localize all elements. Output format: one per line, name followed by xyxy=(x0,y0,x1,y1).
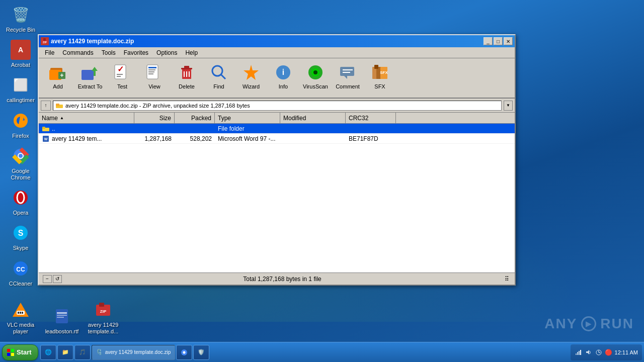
desktop-icon-acrobat[interactable]: A Acrobat xyxy=(3,38,39,70)
close-button[interactable]: ✕ xyxy=(504,37,513,45)
col-header-crc32[interactable]: CRC32 xyxy=(346,113,396,123)
tray-network-icon[interactable] xyxy=(575,348,583,356)
taskbar-winrar-label: avery 11429 template.doc.zip xyxy=(105,349,171,355)
google-chrome-icon xyxy=(11,146,31,166)
find-icon xyxy=(209,62,229,82)
svg-line-82 xyxy=(599,352,600,353)
firefox-label: Firefox xyxy=(12,133,29,139)
window-title: avery 11429 template.doc.zip xyxy=(51,38,134,45)
address-path-text: avery 11429 template.doc.zip - ZIP archi… xyxy=(65,103,250,109)
col-header-packed[interactable]: Packed xyxy=(175,113,215,123)
taskbar-ie[interactable]: 🌐 xyxy=(40,345,56,360)
col-header-size[interactable]: Size xyxy=(134,113,175,123)
table-row[interactable]: .. File folder xyxy=(39,124,515,134)
svg-rect-14 xyxy=(20,312,21,314)
chrome-icon xyxy=(181,349,188,356)
view-icon xyxy=(144,62,165,82)
menu-commands[interactable]: Commands xyxy=(58,48,97,57)
address-dropdown-button[interactable]: ▼ xyxy=(504,101,513,111)
desktop-icon-opera[interactable]: Opera xyxy=(3,186,39,218)
svg-rect-66 xyxy=(42,127,45,129)
svg-text:+: + xyxy=(60,72,63,79)
toolbar-sfx[interactable]: SFX SFX xyxy=(365,60,395,96)
taskbar-winrar-button[interactable]: 🗜️ avery 11429 template.doc.zip xyxy=(92,345,176,360)
winrar-window: ZIP avery 11429 template.doc.zip _ □ ✕ F… xyxy=(38,34,516,286)
ie-icon: 🌐 xyxy=(45,349,52,355)
menu-help[interactable]: Help xyxy=(181,48,202,57)
svg-text:ZIP: ZIP xyxy=(43,41,47,44)
col-header-type[interactable]: Type xyxy=(215,113,280,123)
toolbar-add[interactable]: + Add xyxy=(43,60,73,96)
start-button[interactable]: Start xyxy=(2,344,38,360)
col-header-modified[interactable]: Modified xyxy=(280,113,346,123)
status-btn-2[interactable]: ↺ xyxy=(53,275,62,283)
taskbar-chrome[interactable] xyxy=(176,345,192,360)
file-crc32-cell xyxy=(346,128,396,130)
toolbar-view[interactable]: View xyxy=(139,60,170,96)
taskbar-media[interactable]: 🎵 xyxy=(74,345,91,360)
taskbar-time: 12:11 AM xyxy=(615,349,638,355)
desktop-icon-callingtimer[interactable]: ⬜ callingtimer xyxy=(3,73,39,106)
desktop-icon-vlc[interactable]: VLC media player xyxy=(3,298,39,337)
svg-rect-77 xyxy=(579,351,580,355)
desktop-icon-firefox[interactable]: Firefox xyxy=(3,109,39,141)
wizard-icon xyxy=(241,62,261,82)
toolbar-wizard[interactable]: Wizard xyxy=(236,60,266,96)
col-header-name[interactable]: Name ▲ xyxy=(39,113,134,123)
desktop-icon-google-chrome[interactable]: Google Chrome xyxy=(3,144,39,183)
toolbar-find[interactable]: Find xyxy=(204,60,234,96)
media-icon: 🎵 xyxy=(79,349,86,355)
toolbar-test[interactable]: ✓ Test xyxy=(107,60,137,96)
file-size-cell xyxy=(134,128,175,130)
toolbar-virusscan[interactable]: VirusScan xyxy=(300,60,331,96)
svg-text:S: S xyxy=(18,229,24,237)
maximize-button[interactable]: □ xyxy=(494,37,503,45)
svg-rect-43 xyxy=(184,66,189,68)
svg-rect-35 xyxy=(117,76,121,77)
svg-rect-31 xyxy=(94,71,96,76)
address-input[interactable]: avery 11429 template.doc.zip - ZIP archi… xyxy=(53,101,502,111)
menu-tools[interactable]: Tools xyxy=(98,48,120,57)
svg-rect-34 xyxy=(117,74,123,75)
toolbar-comment[interactable]: Comment xyxy=(333,60,363,96)
anyrun-text-any: ANY xyxy=(544,316,577,332)
extract-to-icon xyxy=(80,62,100,82)
file-packed-cell: 528,202 xyxy=(175,134,215,143)
file-packed-cell xyxy=(175,128,215,130)
toolbar-extract-to[interactable]: Extract To xyxy=(75,60,105,96)
taskbar-antivirus[interactable]: 🛡️ xyxy=(193,345,209,360)
menu-favorites[interactable]: Favorites xyxy=(120,48,152,57)
sfx-icon: SFX xyxy=(370,62,390,82)
explorer-icon: 📁 xyxy=(62,349,69,355)
toolbar-delete[interactable]: Delete xyxy=(172,60,202,96)
taskbar-explorer[interactable]: 📁 xyxy=(57,345,73,360)
comment-label: Comment xyxy=(336,83,360,89)
folder-icon xyxy=(42,125,50,133)
tray-clock-icon[interactable] xyxy=(595,348,603,356)
tray-security-icon[interactable]: 🔴 xyxy=(605,348,613,356)
desktop-icon-leadboston[interactable]: leadboston.rtf xyxy=(44,304,80,337)
desktop-icon-recycle-bin[interactable]: 🗑️ Recycle Bin xyxy=(3,3,39,35)
address-back-button[interactable]: ↑ xyxy=(41,101,51,111)
desktop-icon-avery-zip[interactable]: ZIP avery 11429 template.d... xyxy=(85,298,121,337)
menu-options[interactable]: Options xyxy=(152,48,181,57)
opera-label: Opera xyxy=(13,210,29,216)
toolbar-info[interactable]: i Info xyxy=(268,60,298,96)
desktop-bottom-icons: VLC media player leadboston.rtf ZIP xyxy=(3,298,121,337)
svg-rect-39 xyxy=(148,71,154,72)
svg-rect-40 xyxy=(148,73,153,74)
file-crc32-cell: BE71F87D xyxy=(346,134,396,143)
test-icon: ✓ xyxy=(112,62,132,82)
tray-volume-icon[interactable] xyxy=(585,348,593,356)
table-row[interactable]: W avery 11429 tem... 1,287,168 528,202 M… xyxy=(39,134,515,144)
menu-file[interactable]: File xyxy=(41,48,58,57)
desktop-icon-ccleaner[interactable]: CC CCleaner xyxy=(3,256,39,289)
minimize-button[interactable]: _ xyxy=(484,37,493,45)
file-list-content: .. File folder xyxy=(39,124,515,273)
file-type-cell: File folder xyxy=(215,124,280,133)
anyrun-watermark: ANY ▶ RUN xyxy=(544,316,634,332)
vlc-icon xyxy=(11,300,31,320)
file-size-cell: 1,287,168 xyxy=(134,134,175,143)
desktop-icon-skype[interactable]: S Skype xyxy=(3,221,39,253)
status-btn-1[interactable]: − xyxy=(43,275,52,283)
